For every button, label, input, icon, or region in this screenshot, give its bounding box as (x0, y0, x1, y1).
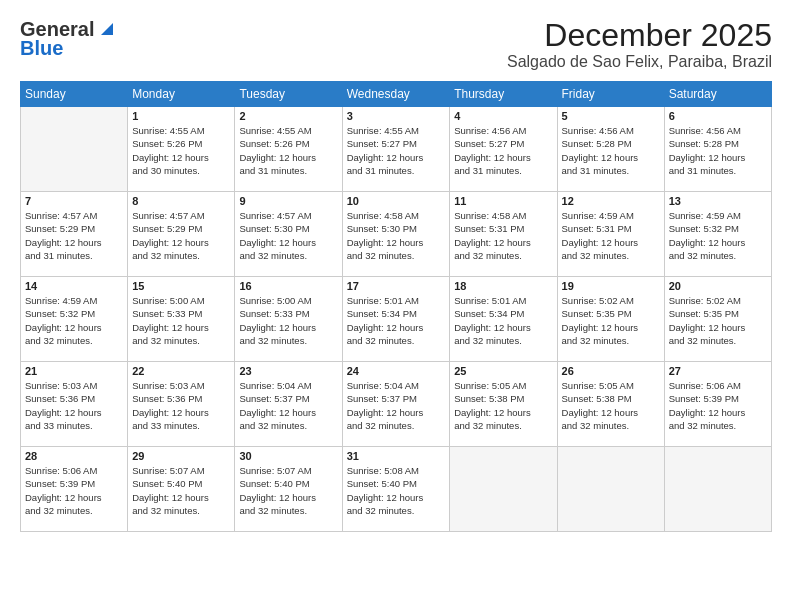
day-cell (450, 447, 557, 532)
day-number: 23 (239, 365, 337, 377)
day-info: Sunrise: 4:57 AMSunset: 5:29 PMDaylight:… (25, 209, 123, 262)
day-number: 27 (669, 365, 767, 377)
day-number: 29 (132, 450, 230, 462)
day-cell: 19Sunrise: 5:02 AMSunset: 5:35 PMDayligh… (557, 277, 664, 362)
col-wednesday: Wednesday (342, 82, 450, 107)
day-info: Sunrise: 5:00 AMSunset: 5:33 PMDaylight:… (132, 294, 230, 347)
day-cell: 4Sunrise: 4:56 AMSunset: 5:27 PMDaylight… (450, 107, 557, 192)
calendar-subtitle: Salgado de Sao Felix, Paraiba, Brazil (507, 53, 772, 71)
day-number: 28 (25, 450, 123, 462)
day-cell: 16Sunrise: 5:00 AMSunset: 5:33 PMDayligh… (235, 277, 342, 362)
day-number: 1 (132, 110, 230, 122)
day-cell (557, 447, 664, 532)
day-cell: 27Sunrise: 5:06 AMSunset: 5:39 PMDayligh… (664, 362, 771, 447)
day-info: Sunrise: 5:06 AMSunset: 5:39 PMDaylight:… (669, 379, 767, 432)
day-cell: 1Sunrise: 4:55 AMSunset: 5:26 PMDaylight… (128, 107, 235, 192)
day-cell: 17Sunrise: 5:01 AMSunset: 5:34 PMDayligh… (342, 277, 450, 362)
day-cell: 3Sunrise: 4:55 AMSunset: 5:27 PMDaylight… (342, 107, 450, 192)
day-cell (664, 447, 771, 532)
day-cell: 23Sunrise: 5:04 AMSunset: 5:37 PMDayligh… (235, 362, 342, 447)
day-number: 30 (239, 450, 337, 462)
day-info: Sunrise: 5:01 AMSunset: 5:34 PMDaylight:… (347, 294, 446, 347)
day-info: Sunrise: 5:03 AMSunset: 5:36 PMDaylight:… (132, 379, 230, 432)
day-number: 15 (132, 280, 230, 292)
day-cell: 18Sunrise: 5:01 AMSunset: 5:34 PMDayligh… (450, 277, 557, 362)
day-number: 31 (347, 450, 446, 462)
day-number: 26 (562, 365, 660, 377)
day-info: Sunrise: 5:03 AMSunset: 5:36 PMDaylight:… (25, 379, 123, 432)
day-info: Sunrise: 4:55 AMSunset: 5:26 PMDaylight:… (239, 124, 337, 177)
week-row-1: 7Sunrise: 4:57 AMSunset: 5:29 PMDaylight… (21, 192, 772, 277)
week-row-2: 14Sunrise: 4:59 AMSunset: 5:32 PMDayligh… (21, 277, 772, 362)
day-number: 4 (454, 110, 552, 122)
week-row-4: 28Sunrise: 5:06 AMSunset: 5:39 PMDayligh… (21, 447, 772, 532)
col-friday: Friday (557, 82, 664, 107)
day-cell: 5Sunrise: 4:56 AMSunset: 5:28 PMDaylight… (557, 107, 664, 192)
day-cell: 25Sunrise: 5:05 AMSunset: 5:38 PMDayligh… (450, 362, 557, 447)
day-number: 25 (454, 365, 552, 377)
logo: General Blue (20, 18, 113, 60)
day-number: 21 (25, 365, 123, 377)
day-info: Sunrise: 4:59 AMSunset: 5:32 PMDaylight:… (25, 294, 123, 347)
calendar-table: Sunday Monday Tuesday Wednesday Thursday… (20, 81, 772, 532)
day-cell: 28Sunrise: 5:06 AMSunset: 5:39 PMDayligh… (21, 447, 128, 532)
day-cell (21, 107, 128, 192)
day-number: 22 (132, 365, 230, 377)
day-info: Sunrise: 4:59 AMSunset: 5:32 PMDaylight:… (669, 209, 767, 262)
title-block: December 2025 Salgado de Sao Felix, Para… (507, 18, 772, 71)
day-info: Sunrise: 4:55 AMSunset: 5:27 PMDaylight:… (347, 124, 446, 177)
day-cell: 10Sunrise: 4:58 AMSunset: 5:30 PMDayligh… (342, 192, 450, 277)
day-number: 10 (347, 195, 446, 207)
day-cell: 14Sunrise: 4:59 AMSunset: 5:32 PMDayligh… (21, 277, 128, 362)
day-cell: 12Sunrise: 4:59 AMSunset: 5:31 PMDayligh… (557, 192, 664, 277)
day-number: 24 (347, 365, 446, 377)
day-number: 11 (454, 195, 552, 207)
day-info: Sunrise: 5:06 AMSunset: 5:39 PMDaylight:… (25, 464, 123, 517)
day-number: 6 (669, 110, 767, 122)
day-number: 5 (562, 110, 660, 122)
day-info: Sunrise: 5:07 AMSunset: 5:40 PMDaylight:… (239, 464, 337, 517)
page: General Blue December 2025 Salgado de Sa… (0, 0, 792, 612)
col-sunday: Sunday (21, 82, 128, 107)
day-number: 9 (239, 195, 337, 207)
day-cell: 13Sunrise: 4:59 AMSunset: 5:32 PMDayligh… (664, 192, 771, 277)
day-info: Sunrise: 5:02 AMSunset: 5:35 PMDaylight:… (669, 294, 767, 347)
day-info: Sunrise: 4:57 AMSunset: 5:30 PMDaylight:… (239, 209, 337, 262)
day-number: 12 (562, 195, 660, 207)
calendar-title: December 2025 (507, 18, 772, 53)
day-info: Sunrise: 5:02 AMSunset: 5:35 PMDaylight:… (562, 294, 660, 347)
col-thursday: Thursday (450, 82, 557, 107)
day-cell: 29Sunrise: 5:07 AMSunset: 5:40 PMDayligh… (128, 447, 235, 532)
week-row-3: 21Sunrise: 5:03 AMSunset: 5:36 PMDayligh… (21, 362, 772, 447)
day-info: Sunrise: 4:58 AMSunset: 5:31 PMDaylight:… (454, 209, 552, 262)
col-monday: Monday (128, 82, 235, 107)
col-saturday: Saturday (664, 82, 771, 107)
day-cell: 22Sunrise: 5:03 AMSunset: 5:36 PMDayligh… (128, 362, 235, 447)
day-cell: 24Sunrise: 5:04 AMSunset: 5:37 PMDayligh… (342, 362, 450, 447)
week-row-0: 1Sunrise: 4:55 AMSunset: 5:26 PMDaylight… (21, 107, 772, 192)
day-cell: 21Sunrise: 5:03 AMSunset: 5:36 PMDayligh… (21, 362, 128, 447)
day-number: 19 (562, 280, 660, 292)
day-number: 8 (132, 195, 230, 207)
day-info: Sunrise: 5:08 AMSunset: 5:40 PMDaylight:… (347, 464, 446, 517)
day-info: Sunrise: 4:55 AMSunset: 5:26 PMDaylight:… (132, 124, 230, 177)
col-tuesday: Tuesday (235, 82, 342, 107)
day-info: Sunrise: 4:56 AMSunset: 5:28 PMDaylight:… (669, 124, 767, 177)
day-info: Sunrise: 4:57 AMSunset: 5:29 PMDaylight:… (132, 209, 230, 262)
day-number: 16 (239, 280, 337, 292)
svg-marker-0 (101, 23, 113, 35)
day-info: Sunrise: 5:05 AMSunset: 5:38 PMDaylight:… (454, 379, 552, 432)
day-cell: 31Sunrise: 5:08 AMSunset: 5:40 PMDayligh… (342, 447, 450, 532)
day-cell: 26Sunrise: 5:05 AMSunset: 5:38 PMDayligh… (557, 362, 664, 447)
day-info: Sunrise: 5:07 AMSunset: 5:40 PMDaylight:… (132, 464, 230, 517)
day-cell: 2Sunrise: 4:55 AMSunset: 5:26 PMDaylight… (235, 107, 342, 192)
logo-blue: Blue (20, 37, 63, 60)
header-row: Sunday Monday Tuesday Wednesday Thursday… (21, 82, 772, 107)
day-number: 13 (669, 195, 767, 207)
day-info: Sunrise: 5:05 AMSunset: 5:38 PMDaylight:… (562, 379, 660, 432)
logo-icon (95, 19, 113, 37)
day-info: Sunrise: 5:00 AMSunset: 5:33 PMDaylight:… (239, 294, 337, 347)
day-info: Sunrise: 5:01 AMSunset: 5:34 PMDaylight:… (454, 294, 552, 347)
day-info: Sunrise: 4:59 AMSunset: 5:31 PMDaylight:… (562, 209, 660, 262)
day-info: Sunrise: 4:58 AMSunset: 5:30 PMDaylight:… (347, 209, 446, 262)
